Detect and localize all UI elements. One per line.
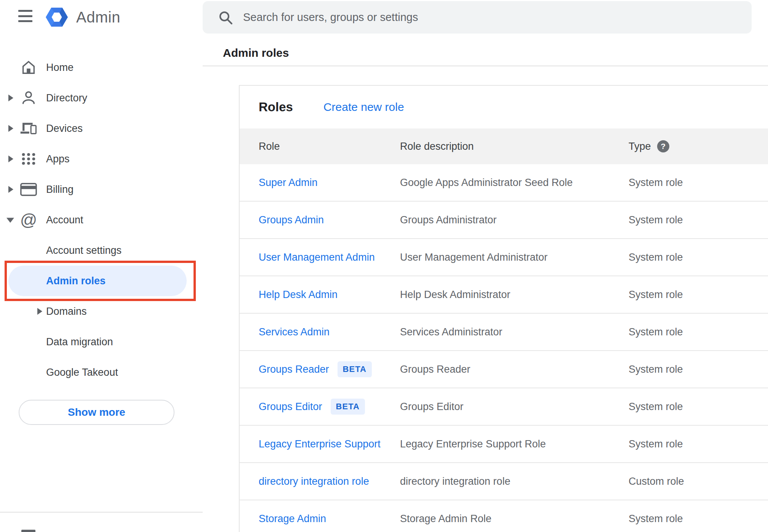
- sidebar-item-label: Data migration: [46, 336, 113, 348]
- sidebar-item-label: Home: [46, 62, 74, 74]
- role-link[interactable]: directory integration role: [259, 476, 369, 487]
- brand-name: Admin: [76, 9, 120, 26]
- table-row: Groups Reader BETA Groups Reader System …: [240, 351, 768, 388]
- sidebar-item-label: Devices: [46, 123, 83, 135]
- role-link[interactable]: Groups Admin: [259, 214, 324, 226]
- sidebar-item-domains[interactable]: Domains: [0, 296, 203, 327]
- person-icon: [20, 89, 37, 107]
- sidebar-item-label: Admin roles: [46, 275, 106, 287]
- role-link[interactable]: User Management Admin: [259, 252, 375, 263]
- roles-card: Roles Create new role Role Role descript…: [239, 85, 768, 532]
- role-link[interactable]: Legacy Enterprise Support: [259, 438, 381, 450]
- table-row: Super Admin Google Apps Administrator Se…: [240, 164, 768, 202]
- chevron-right-icon[interactable]: [8, 95, 13, 101]
- table-row: Storage Admin Storage Admin Role System …: [240, 500, 768, 532]
- sidebar-item-devices[interactable]: Devices: [0, 113, 203, 144]
- column-header-type: Type: [629, 141, 651, 152]
- breadcrumb: Admin roles: [223, 46, 289, 59]
- help-icon[interactable]: ?: [657, 140, 669, 152]
- sidebar-item-apps[interactable]: Apps: [0, 144, 203, 174]
- role-description: Services Administrator: [400, 326, 629, 338]
- role-description: Help Desk Administrator: [400, 289, 629, 301]
- devices-icon: [20, 120, 37, 137]
- role-type: System role: [629, 289, 768, 301]
- role-description: Groups Reader: [400, 364, 629, 375]
- menu-icon[interactable]: [18, 10, 35, 22]
- sidebar-item-home[interactable]: Home: [0, 52, 203, 83]
- role-type: System role: [629, 513, 768, 525]
- table-row: Groups Editor BETA Groups Editor System …: [240, 388, 768, 426]
- sidebar-item-label: Apps: [46, 153, 70, 165]
- table-row: Legacy Enterprise Support Legacy Enterpr…: [240, 426, 768, 463]
- cutoff-icon: [21, 530, 35, 532]
- sidebar-item-billing[interactable]: Billing: [0, 174, 203, 205]
- admin-logo-icon: [45, 5, 69, 29]
- table-row: User Management Admin User Management Ad…: [240, 239, 768, 276]
- apps-grid-icon: [20, 150, 37, 168]
- sidebar-item-data-migration[interactable]: Data migration: [0, 327, 203, 357]
- credit-card-icon: [20, 181, 37, 198]
- role-type: System role: [629, 364, 768, 375]
- role-description: directory integration role: [400, 476, 629, 487]
- sidebar-item-label: Account settings: [46, 245, 122, 256]
- role-type: Custom role: [629, 476, 768, 487]
- chevron-right-icon[interactable]: [8, 186, 13, 193]
- table-row: directory integration role directory int…: [240, 463, 768, 500]
- role-description: User Management Administrator: [400, 252, 629, 263]
- beta-badge: BETA: [338, 361, 372, 377]
- role-link[interactable]: Help Desk Admin: [259, 289, 338, 301]
- table-header-row: Role Role description Type ?: [240, 128, 768, 164]
- role-description: Legacy Enterprise Support Role: [400, 438, 629, 450]
- at-sign-icon: @: [20, 211, 37, 229]
- sidebar-nav: Home Directory Devices: [0, 52, 203, 388]
- role-type: System role: [629, 326, 768, 338]
- sidebar-item-admin-roles[interactable]: Admin roles: [0, 266, 203, 296]
- role-type: System role: [629, 214, 768, 226]
- table-row: Groups Admin Groups Administrator System…: [240, 202, 768, 239]
- sidebar-item-account[interactable]: @ Account: [0, 205, 203, 235]
- role-link[interactable]: Groups Reader: [259, 364, 329, 375]
- role-type: System role: [629, 252, 768, 263]
- sidebar-item-label: Domains: [46, 306, 87, 317]
- chevron-right-icon[interactable]: [37, 308, 42, 315]
- roles-card-header: Roles Create new role: [240, 86, 768, 128]
- role-description: Storage Admin Role: [400, 513, 629, 525]
- card-title: Roles: [259, 100, 293, 114]
- sidebar-item-label: Directory: [46, 92, 87, 104]
- role-type: System role: [629, 438, 768, 450]
- role-description: Groups Administrator: [400, 214, 629, 226]
- role-link[interactable]: Storage Admin: [259, 513, 326, 525]
- sidebar-item-google-takeout[interactable]: Google Takeout: [0, 357, 203, 388]
- show-more-button[interactable]: Show more: [19, 400, 174, 425]
- search-icon: [218, 10, 233, 25]
- column-header-role: Role: [259, 141, 400, 152]
- home-icon: [20, 59, 37, 76]
- table-row: Help Desk Admin Help Desk Administrator …: [240, 276, 768, 314]
- chevron-right-icon[interactable]: [8, 125, 13, 132]
- sidebar-item-account-settings[interactable]: Account settings: [0, 235, 203, 266]
- chevron-right-icon[interactable]: [8, 155, 13, 162]
- sidebar-item-label: Billing: [46, 184, 74, 195]
- role-link[interactable]: Groups Editor: [259, 401, 322, 413]
- role-type: System role: [629, 401, 768, 413]
- role-description: Google Apps Administrator Seed Role: [400, 177, 629, 189]
- sidebar-item-label: Account: [46, 214, 83, 226]
- column-header-description: Role description: [400, 141, 629, 152]
- search-bar[interactable]: [203, 1, 752, 34]
- chevron-down-icon[interactable]: [6, 218, 14, 223]
- beta-badge: BETA: [331, 399, 365, 415]
- sidebar: Admin Home Directory Devices: [0, 0, 203, 532]
- role-link[interactable]: Super Admin: [259, 177, 318, 189]
- sidebar-bottom-divider: [0, 512, 203, 513]
- sidebar-item-directory[interactable]: Directory: [0, 83, 203, 113]
- table-row: Services Admin Services Administrator Sy…: [240, 314, 768, 351]
- admin-logo[interactable]: Admin: [45, 5, 120, 29]
- sidebar-item-label: Google Takeout: [46, 367, 118, 378]
- role-description: Groups Editor: [400, 401, 629, 413]
- content-divider: [203, 66, 768, 66]
- create-new-role-link[interactable]: Create new role: [323, 101, 404, 114]
- role-link[interactable]: Services Admin: [259, 326, 330, 338]
- role-type: System role: [629, 177, 768, 189]
- search-input[interactable]: [243, 11, 740, 24]
